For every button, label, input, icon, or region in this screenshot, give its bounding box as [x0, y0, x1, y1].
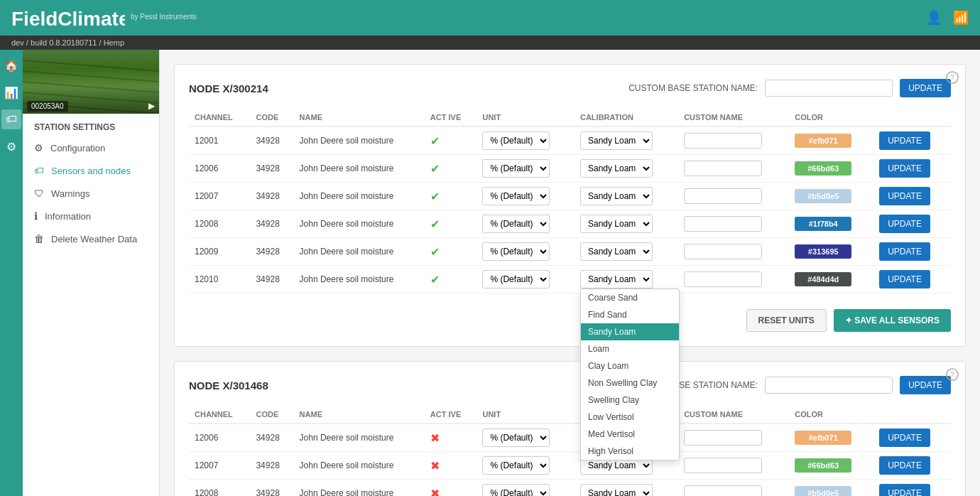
node2-help-icon[interactable]: ?: [946, 368, 959, 383]
cell-unit[interactable]: % (Default): [477, 210, 575, 238]
cell-calibration[interactable]: Sandy Loam: [575, 126, 678, 155]
unit-select[interactable]: % (Default): [482, 428, 550, 447]
cell-color[interactable]: #313695: [789, 238, 873, 266]
unit-select[interactable]: % (Default): [482, 242, 550, 261]
calibration-option[interactable]: Find Sand: [581, 306, 679, 323]
row-update-button[interactable]: UPDATE: [879, 484, 930, 496]
settings-icon[interactable]: ⚙: [1, 136, 21, 156]
calibration-select[interactable]: Sandy Loam: [580, 484, 653, 496]
custom-name-input[interactable]: [684, 188, 762, 204]
cell-custom-name[interactable]: [678, 126, 789, 155]
unit-select[interactable]: % (Default): [482, 456, 550, 475]
calibration-option[interactable]: Clay Loam: [581, 357, 679, 374]
cell-color[interactable]: #efb071: [789, 126, 873, 155]
cell-custom-name[interactable]: [678, 424, 789, 452]
cell-update[interactable]: UPDATE: [873, 126, 951, 155]
cell-calibration[interactable]: Sandy Loam: [575, 210, 678, 238]
cell-color[interactable]: #efb071: [789, 424, 873, 452]
calibration-select[interactable]: Sandy Loam: [580, 270, 653, 289]
sidebar-item-information[interactable]: ℹ Information: [23, 205, 159, 227]
calibration-option[interactable]: Loam: [581, 340, 679, 357]
calibration-dropdown-open[interactable]: Sandy Loam Coarse SandFind SandSandy Loa…: [580, 270, 653, 289]
node1-reset-button[interactable]: RESET UNITS: [746, 309, 827, 332]
cell-color[interactable]: #66bd63: [789, 155, 873, 183]
cell-custom-name[interactable]: [678, 155, 789, 183]
sidebar-item-delete-weather[interactable]: 🗑 Delete Weather Data: [23, 227, 159, 250]
custom-name-input[interactable]: [684, 216, 762, 232]
sidebar-item-configuration[interactable]: ⚙ Configuration: [23, 136, 159, 159]
cell-custom-name[interactable]: [678, 210, 789, 238]
cell-unit[interactable]: % (Default): [477, 155, 575, 183]
cell-update[interactable]: UPDATE: [873, 238, 951, 266]
unit-select[interactable]: % (Default): [482, 270, 550, 289]
sidebar-item-sensors[interactable]: 🏷 Sensors and nodes: [23, 159, 159, 182]
node1-save-all-button[interactable]: ✦ SAVE ALL SENSORS: [834, 309, 951, 332]
cell-unit[interactable]: % (Default): [477, 452, 575, 480]
node2-update-button[interactable]: UPDATE: [900, 376, 951, 394]
sidebar-item-warnings[interactable]: 🛡 Warnings: [23, 182, 159, 205]
calibration-option[interactable]: Low Vertisol: [581, 409, 679, 426]
cell-color[interactable]: #b5d0e5: [789, 183, 873, 210]
calibration-select[interactable]: Sandy Loam: [580, 131, 653, 150]
cell-color[interactable]: #1f78b4: [789, 210, 873, 238]
cell-color[interactable]: #484d4d: [789, 266, 873, 293]
cell-unit[interactable]: % (Default): [477, 126, 575, 155]
custom-name-input[interactable]: [684, 485, 762, 496]
chart-icon[interactable]: 📊: [1, 82, 21, 102]
unit-select[interactable]: % (Default): [482, 484, 550, 496]
cell-calibration[interactable]: Sandy Loam: [575, 183, 678, 210]
cell-color[interactable]: #66bd63: [789, 452, 873, 480]
custom-name-input[interactable]: [684, 430, 762, 446]
calibration-select[interactable]: Sandy Loam: [580, 215, 653, 233]
cell-unit[interactable]: % (Default): [477, 266, 575, 293]
cell-unit[interactable]: % (Default): [477, 480, 575, 497]
cell-custom-name[interactable]: [678, 266, 789, 293]
calibration-option[interactable]: High Verisol: [581, 443, 679, 460]
node1-update-button[interactable]: UPDATE: [900, 79, 951, 97]
node1-custom-name-input[interactable]: [765, 80, 893, 97]
row-update-button[interactable]: UPDATE: [879, 131, 930, 150]
cell-update[interactable]: UPDATE: [873, 452, 951, 480]
calibration-option[interactable]: Non Swelling Clay: [581, 374, 679, 392]
calibration-select[interactable]: Sandy Loam: [580, 159, 653, 178]
node2-custom-name-input[interactable]: [765, 377, 893, 394]
unit-select[interactable]: % (Default): [482, 131, 550, 150]
calibration-select[interactable]: Sandy Loam: [580, 187, 653, 205]
row-update-button[interactable]: UPDATE: [879, 187, 930, 205]
collapse-sidebar-btn[interactable]: ▶: [148, 101, 155, 111]
cell-update[interactable]: UPDATE: [873, 266, 951, 293]
cell-update[interactable]: UPDATE: [873, 183, 951, 210]
cell-update[interactable]: UPDATE: [873, 424, 951, 452]
calibration-option[interactable]: Med Vertisol: [581, 426, 679, 443]
row-update-button[interactable]: UPDATE: [879, 456, 930, 475]
cell-calibration[interactable]: Sandy Loam: [575, 155, 678, 183]
cell-calibration[interactable]: Sandy Loam: [575, 238, 678, 266]
custom-name-input[interactable]: [684, 161, 762, 176]
cell-unit[interactable]: % (Default): [477, 424, 575, 452]
user-icon[interactable]: 👤: [926, 10, 942, 26]
cell-color[interactable]: #b5d0e5: [789, 480, 873, 497]
custom-name-input[interactable]: [684, 271, 762, 287]
row-update-button[interactable]: UPDATE: [879, 270, 930, 289]
cell-update[interactable]: UPDATE: [873, 210, 951, 238]
unit-select[interactable]: % (Default): [482, 215, 550, 233]
node1-help-icon[interactable]: ?: [946, 71, 959, 86]
calibration-option[interactable]: Coarse Sand: [581, 289, 679, 306]
cell-unit[interactable]: % (Default): [477, 238, 575, 266]
row-update-button[interactable]: UPDATE: [879, 428, 930, 447]
custom-name-input[interactable]: [684, 133, 762, 149]
cell-custom-name[interactable]: [678, 183, 789, 210]
cell-calibration[interactable]: Sandy Loam: [575, 480, 678, 497]
row-update-button[interactable]: UPDATE: [879, 215, 930, 233]
cell-update[interactable]: UPDATE: [873, 480, 951, 497]
unit-select[interactable]: % (Default): [482, 159, 550, 178]
home-icon[interactable]: 🏠: [1, 55, 21, 75]
cell-custom-name[interactable]: [678, 452, 789, 480]
cell-custom-name[interactable]: [678, 480, 789, 497]
calibration-select[interactable]: Sandy Loam: [580, 242, 653, 261]
cell-calibration[interactable]: Sandy Loam Coarse SandFind SandSandy Loa…: [575, 266, 678, 293]
cell-update[interactable]: UPDATE: [873, 155, 951, 183]
calibration-option[interactable]: Sandy Loam: [581, 323, 679, 340]
custom-name-input[interactable]: [684, 458, 762, 473]
calibration-option[interactable]: Swelling Clay: [581, 392, 679, 409]
